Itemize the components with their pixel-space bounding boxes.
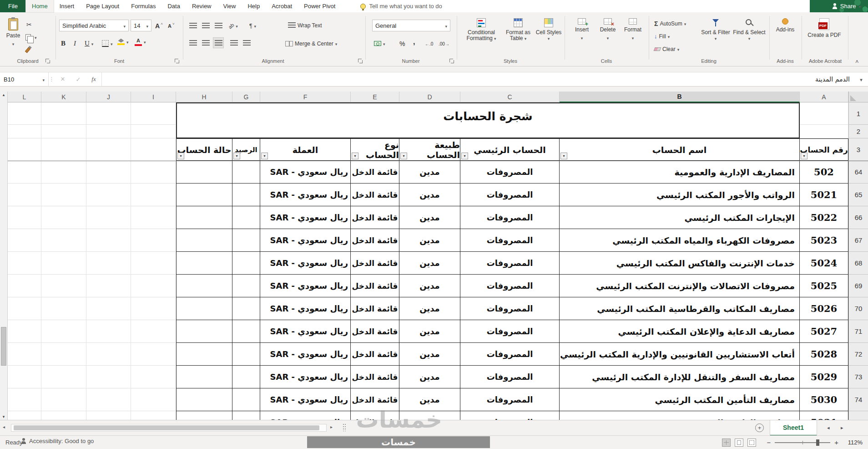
cell-H69[interactable] [176, 275, 232, 297]
cell-E67[interactable]: قائمة الدخل [351, 229, 399, 252]
menu-tab-data[interactable]: Data [161, 0, 186, 12]
cell-K64[interactable] [41, 161, 86, 184]
cell-A70[interactable]: 5026 [800, 297, 848, 320]
cell-A1[interactable] [800, 102, 848, 125]
cell-B73[interactable]: مصاريف السفر والتنقل للإدارة المكتب الرئ… [560, 366, 800, 388]
cell-styles-button[interactable]: Cell Styles [535, 15, 562, 56]
menu-tab-power-pivot[interactable]: Power Pivot [298, 0, 341, 12]
accessibility-status[interactable]: Accessibility: Good to go [21, 438, 94, 444]
align-top-button[interactable] [187, 20, 198, 31]
column-header-C[interactable]: C [460, 92, 560, 102]
format-as-table-button[interactable]: Format as Table [503, 15, 533, 56]
vertical-scrollbar-thumb[interactable] [1, 327, 6, 366]
cell-B68[interactable]: خدمات الإنترنت والفاكس المكتب الرئيسي [560, 252, 800, 275]
cell-D66[interactable]: مدين [399, 206, 460, 229]
cell-G68[interactable] [232, 252, 260, 275]
scroll-up-arrow-icon[interactable]: ▴ [0, 92, 7, 97]
horizontal-scrollbar[interactable] [11, 424, 327, 432]
cell-L66[interactable] [8, 206, 41, 229]
menu-tab-file[interactable]: File [0, 0, 26, 12]
cell-K65[interactable] [41, 184, 86, 206]
cell-J1[interactable] [86, 102, 131, 125]
font-size-select[interactable]: 14 [131, 20, 151, 31]
cell-E71[interactable]: قائمة الدخل [351, 320, 399, 343]
cell-A66[interactable]: 5022 [800, 206, 848, 229]
cell-E75[interactable]: قائمة الدخل [351, 411, 399, 420]
row-header-1[interactable]: 1 [848, 102, 868, 125]
zoom-in-button[interactable] [834, 439, 838, 446]
cell-C75[interactable]: المصروفات [460, 411, 560, 420]
cell-F66[interactable]: ريال سعودي - SAR [260, 206, 351, 229]
cell-D69[interactable]: مدين [399, 275, 460, 297]
cell-H71[interactable] [176, 320, 232, 343]
menu-tab-help[interactable]: Help [242, 0, 266, 12]
row-header-72[interactable]: 72 [848, 343, 868, 366]
cell-I73[interactable] [131, 366, 176, 388]
scrollbar-resize-handle[interactable] [343, 424, 346, 431]
cell-I72[interactable] [131, 343, 176, 366]
zoom-slider[interactable] [775, 442, 830, 443]
autosum-button[interactable]: AutoSum [654, 18, 686, 29]
filter-button-account-no[interactable] [801, 153, 807, 159]
cell-C65[interactable]: المصروفات [460, 184, 560, 206]
cell-D75[interactable]: مدين [399, 411, 460, 420]
cell-J69[interactable] [86, 275, 131, 297]
cell-L71[interactable] [8, 320, 41, 343]
cell-G72[interactable] [232, 343, 260, 366]
expand-formula-bar-button[interactable] [854, 72, 868, 86]
menu-tab-insert[interactable]: Insert [54, 0, 81, 12]
cell-B66[interactable]: الإيجارات المكتب الرئيسي [560, 206, 800, 229]
align-middle-button[interactable] [200, 20, 211, 31]
cell-J74[interactable] [86, 388, 131, 411]
number-dialog-launcher[interactable] [449, 59, 454, 63]
cell-H64[interactable] [176, 161, 232, 184]
cell-E65[interactable]: قائمة الدخل [351, 184, 399, 206]
cell-K2[interactable] [41, 125, 86, 138]
cell-E68[interactable]: قائمة الدخل [351, 252, 399, 275]
cell-L72[interactable] [8, 343, 41, 366]
cell-J71[interactable] [86, 320, 131, 343]
cell-B72[interactable]: أتعاب الاستشاريين القانونيين والإدارية ا… [560, 343, 800, 366]
number-format-select[interactable]: General [372, 20, 450, 31]
cell-A74[interactable]: 5030 [800, 388, 848, 411]
cell-E69[interactable]: قائمة الدخل [351, 275, 399, 297]
cell-I1[interactable] [131, 102, 176, 125]
row-header-70[interactable]: 70 [848, 297, 868, 320]
cell-D64[interactable]: مدين [399, 161, 460, 184]
page-layout-view-button[interactable] [735, 439, 743, 447]
cell-L3[interactable] [8, 138, 41, 161]
cell-F64[interactable]: ريال سعودي - SAR [260, 161, 351, 184]
merge-center-button[interactable]: Merge & Center [285, 38, 337, 49]
cell-G75[interactable] [232, 411, 260, 420]
cell-L2[interactable] [8, 125, 41, 138]
cell-I71[interactable] [131, 320, 176, 343]
filter-button-nature[interactable] [400, 153, 407, 159]
filter-button-currency[interactable] [261, 153, 268, 159]
increase-font-button[interactable]: ˄ [155, 20, 163, 31]
cell-A67[interactable]: 5023 [800, 229, 848, 252]
cell-G70[interactable] [232, 297, 260, 320]
cell-J3[interactable] [86, 138, 131, 161]
decrease-decimal-button[interactable] [439, 38, 449, 49]
create-pdf-button[interactable]: Create a PDF [805, 15, 843, 56]
cell-K68[interactable] [41, 252, 86, 275]
cell-B64[interactable]: المصاريف الإدارية والعمومية [560, 161, 800, 184]
paste-button[interactable]: Paste [3, 15, 24, 56]
cell-K73[interactable] [41, 366, 86, 388]
cell-H68[interactable] [176, 252, 232, 275]
cell-E66[interactable]: قائمة الدخل [351, 206, 399, 229]
cell-A72[interactable]: 5028 [800, 343, 848, 366]
row-header-71[interactable]: 71 [848, 320, 868, 343]
cell-H70[interactable] [176, 297, 232, 320]
cell-G74[interactable] [232, 388, 260, 411]
underline-button[interactable] [85, 38, 93, 49]
clear-button[interactable]: Clear [654, 43, 679, 55]
find-select-button[interactable]: Find & Select [732, 15, 766, 56]
cell-D71[interactable]: مدين [399, 320, 460, 343]
cell-C71[interactable]: المصروفات [460, 320, 560, 343]
cell-I74[interactable] [131, 388, 176, 411]
cell-D73[interactable]: مدين [399, 366, 460, 388]
cell-F73[interactable]: ريال سعودي - SAR [260, 366, 351, 388]
cell-J2[interactable] [86, 125, 131, 138]
cell-A3[interactable]: رقم الحساب [800, 138, 848, 161]
